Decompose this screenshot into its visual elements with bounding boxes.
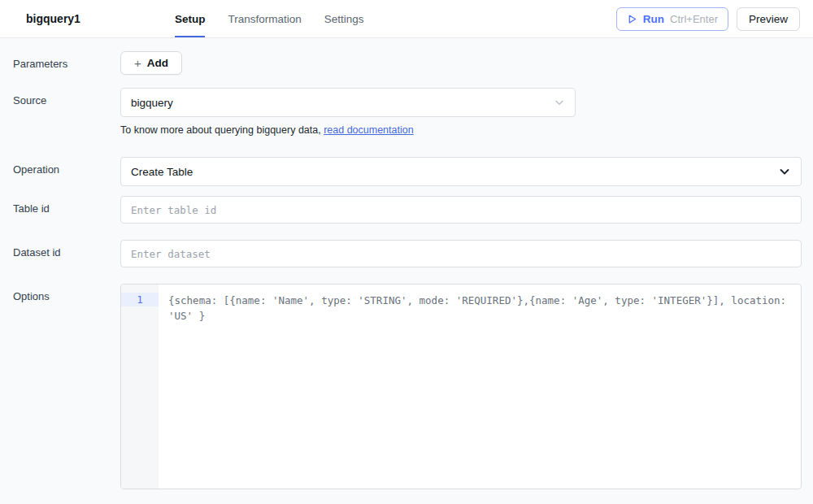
operation-select-value: Create Table: [131, 166, 193, 178]
chevron-down-icon: [778, 165, 791, 178]
line-number: 1: [121, 293, 159, 306]
table-id-label: Table id: [13, 196, 120, 215]
run-button[interactable]: Run Ctrl+Enter: [616, 7, 728, 31]
tab-bar: Setup Transformation Settings: [175, 0, 364, 37]
options-code-editor[interactable]: 1 {schema: [{name: 'Name', type: 'STRING…: [120, 284, 802, 489]
play-icon: [627, 14, 637, 24]
table-id-row: Table id: [13, 196, 802, 224]
source-label: Source: [13, 88, 120, 106]
tab-transformation[interactable]: Transformation: [228, 0, 301, 37]
table-id-input[interactable]: [120, 196, 802, 224]
preview-button[interactable]: Preview: [737, 7, 800, 31]
header-actions: Run Ctrl+Enter Preview: [616, 7, 800, 31]
tab-settings[interactable]: Settings: [324, 0, 364, 37]
query-title: bigquery1: [26, 12, 80, 25]
dataset-id-input[interactable]: [120, 240, 802, 267]
run-shortcut: Ctrl+Enter: [670, 13, 718, 25]
query-setup-form: Parameters + Add Source bigquery To know…: [0, 51, 813, 489]
parameters-row: Parameters + Add: [13, 51, 802, 75]
dataset-id-row: Dataset id: [13, 240, 802, 267]
operation-row: Operation Create Table: [13, 157, 802, 186]
run-button-label: Run: [643, 13, 664, 25]
read-documentation-link[interactable]: read documentation: [324, 124, 414, 136]
parameters-label: Parameters: [13, 51, 120, 70]
plus-icon: +: [134, 57, 141, 69]
operation-label: Operation: [13, 157, 120, 176]
source-helper-prefix: To know more about querying bigquery dat…: [120, 124, 324, 136]
options-code-content[interactable]: {schema: [{name: 'Name', type: 'STRING',…: [159, 285, 801, 489]
code-editor-gutter: 1: [121, 285, 159, 489]
source-select[interactable]: bigquery: [120, 88, 576, 117]
chevron-down-icon: [554, 97, 565, 108]
source-helper-text: To know more about querying bigquery dat…: [120, 124, 802, 136]
options-label: Options: [13, 284, 120, 302]
add-parameter-label: Add: [147, 57, 168, 69]
operation-select[interactable]: Create Table: [120, 157, 802, 186]
tab-setup[interactable]: Setup: [175, 0, 206, 37]
add-parameter-button[interactable]: + Add: [120, 51, 182, 75]
source-select-value: bigquery: [131, 97, 173, 109]
dataset-id-label: Dataset id: [13, 240, 120, 259]
options-row: Options 1 {schema: [{name: 'Name', type:…: [13, 284, 802, 489]
query-editor-header: bigquery1 Setup Transformation Settings …: [0, 0, 813, 38]
source-row: Source bigquery To know more about query…: [13, 88, 802, 136]
